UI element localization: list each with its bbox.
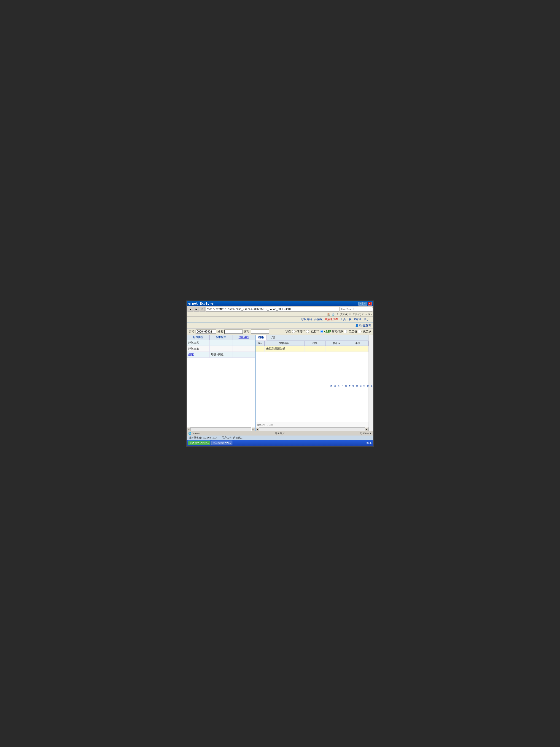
status-group: 状态 ○未打印 ○已打印 ●全部 床号排序 xyxy=(286,330,371,333)
more-button[interactable]: » xyxy=(366,313,367,316)
sample-row[interactable]: 静脉血浆 xyxy=(187,340,255,346)
scroll-left-btn[interactable]: ◄ xyxy=(256,427,259,431)
tools-dropdown-icon: ▼ xyxy=(362,313,364,316)
urgent-label: □急急值 xyxy=(347,330,357,333)
sample-type-header: 标本类型 xyxy=(187,335,210,340)
left-panel: 标本类型 标本备注 送检目的 静脉血浆 静脉全血 xyxy=(187,335,256,431)
report-icon: 👤 xyxy=(355,324,359,327)
search-icon[interactable]: 🔍 xyxy=(373,308,374,311)
scroll-right-btn[interactable]: ► xyxy=(251,427,255,431)
unit-header-col: 单位 xyxy=(347,341,369,345)
status-zoom: 无:100% ▼ xyxy=(359,432,372,435)
sample-row[interactable]: 痰液 培养+药敏 xyxy=(187,352,255,358)
stop-button[interactable]: ✕ xyxy=(200,307,205,311)
tab-result[interactable]: 结果 xyxy=(256,335,267,340)
bed-sort-label: 床号排序 xyxy=(332,330,343,333)
dept-label: 呼吸内科 xyxy=(301,317,312,321)
titlebar: ernet Explorer ─ □ ✕ xyxy=(187,301,373,306)
sample-type-cell: 静脉全血 xyxy=(187,346,210,352)
percent-display: 无:100% xyxy=(257,423,265,427)
main-split: 标本类型 标本备注 送检目的 静脉血浆 静脉全血 xyxy=(187,335,373,431)
page-button[interactable]: 页面(P) ▼ xyxy=(340,313,351,316)
bed-input[interactable] xyxy=(251,330,269,334)
ie-statusbar: 🌐 Internet 电子磁片 无:100% ▼ xyxy=(187,431,373,436)
report-query-label: 报告查询 xyxy=(359,324,371,328)
close-x[interactable]: ✕ × xyxy=(368,313,372,316)
user-label: 薛俪妮 xyxy=(314,317,323,321)
print-icon: 🖨 xyxy=(336,313,339,316)
internet-icon: 🌐 xyxy=(188,432,191,435)
not-printed-label: ○未打印 xyxy=(295,330,305,333)
start-button[interactable]: 天网数字化医院... xyxy=(188,441,210,445)
back-button[interactable]: ◄ xyxy=(188,307,193,311)
left-hscrollbar[interactable]: ◄ ► xyxy=(187,427,255,431)
print-button[interactable]: 🖨 xyxy=(336,313,339,316)
urgent-checkbox[interactable]: □急急值 xyxy=(344,330,357,333)
tools-button[interactable]: 工具(O) ▼ xyxy=(352,313,364,316)
tab-compare[interactable]: 比较 xyxy=(267,335,278,340)
zone-label: 电子磁片 xyxy=(275,432,285,435)
clinic-only-label: □仅急诊 xyxy=(362,330,371,333)
address-bar: ◄ ► ✕ 🔍 xyxy=(187,306,373,312)
forward-button[interactable]: ► xyxy=(194,307,199,311)
result-rows: 1 未见致病菌生长 xyxy=(256,346,369,352)
zoom-percent: 无:100% ▼ xyxy=(359,432,372,435)
address-input[interactable] xyxy=(206,307,339,311)
server-label: 服务器名称: 192.168.100.4 xyxy=(189,436,217,439)
report-query-button[interactable]: 👤 报告查询 xyxy=(355,324,371,328)
home-button[interactable]: 🏠 xyxy=(327,313,330,316)
right-panel: 结果 比较 No. 报告项目 结果 参考值 单位 1 未见致病菌生长 xyxy=(256,335,369,431)
clinic-only-checkbox[interactable]: □仅急诊 xyxy=(358,330,371,333)
result-cell xyxy=(304,346,326,352)
result-row[interactable]: 1 未见致病菌生长 xyxy=(256,346,369,352)
maximize-button[interactable]: □ xyxy=(363,302,367,306)
sample-table-header: 标本类型 标本备注 送检目的 xyxy=(187,335,255,340)
sample-note-cell xyxy=(210,340,232,345)
no-header: No. xyxy=(256,341,265,345)
feeds-button[interactable]: 📡 xyxy=(332,313,335,316)
search-input[interactable] xyxy=(341,308,373,311)
about-button[interactable]: 关于... xyxy=(364,317,371,321)
report-cell: 未见致病菌生长 xyxy=(265,346,304,352)
printed-radio[interactable]: ○已打印 xyxy=(306,330,319,333)
result-table-header: No. 报告项目 结果 参考值 单位 xyxy=(256,341,369,346)
side-nav: 主 新 患 情 量 视 查 检 分 析 返 回 xyxy=(369,335,373,431)
taskbar-right: 09:45 xyxy=(367,441,372,444)
app-content: 👤 报告查询 历号 姓名 床号 状态 ○未打印 xyxy=(187,323,373,431)
app-menubar: 呼吸内科 薛俪妮 ✕清理缓存 工具下载 ❤帮助 关于... xyxy=(187,317,373,323)
right-hscrollbar[interactable]: ◄ ► xyxy=(256,427,369,431)
scroll-right-btn[interactable]: ► xyxy=(365,427,369,431)
id-input[interactable] xyxy=(195,330,216,334)
sample-note-cell xyxy=(210,346,232,352)
sample-type-cell: 静脉血浆 xyxy=(187,340,210,345)
not-printed-radio[interactable]: ○未打印 xyxy=(292,330,305,333)
clear-cache-button[interactable]: ✕清理缓存 xyxy=(325,317,338,321)
start-label: 天网数字化医院... xyxy=(189,441,209,444)
tools-label: 工具(O) xyxy=(352,313,361,316)
id-label: 历号 xyxy=(189,330,194,333)
sample-purpose-header[interactable]: 送检目的 xyxy=(233,335,255,340)
all-radio[interactable]: ●全部 xyxy=(320,330,331,333)
sample-row[interactable]: 静脉全血 xyxy=(187,346,255,352)
result-count: 共1条 xyxy=(267,423,273,427)
sample-purpose-cell xyxy=(233,340,255,345)
sample-purpose-cell xyxy=(233,346,255,352)
sample-type-cell: 痰液 xyxy=(187,352,210,358)
no-cell: 1 xyxy=(256,346,265,352)
minimize-button[interactable]: ─ xyxy=(358,302,363,306)
clock: 09:45 xyxy=(367,441,372,444)
help-button[interactable]: ❤帮助 xyxy=(354,317,362,321)
scroll-left-btn[interactable]: ◄ xyxy=(187,427,191,431)
sample-purpose-cell xyxy=(233,352,255,358)
page-dropdown-icon: ▼ xyxy=(349,313,351,316)
name-input[interactable] xyxy=(224,330,243,334)
tools-download-button[interactable]: 工具下载 xyxy=(340,317,351,321)
ie-taskbar-item[interactable]: 欢迎您使用天网... xyxy=(211,441,233,445)
home-icon: 🏠 xyxy=(327,313,330,316)
all-label: ●全部 xyxy=(324,330,331,333)
info-bar: 服务器名称: 192.168.100.4 用户名称: 薛俪妮... xyxy=(187,436,373,440)
close-button[interactable]: ✕ xyxy=(368,302,372,306)
status-zone: 电子磁片 xyxy=(275,432,285,435)
search-bar: 历号 姓名 床号 状态 ○未打印 ○已打印 xyxy=(187,329,373,335)
name-label: 姓名 xyxy=(217,330,223,333)
